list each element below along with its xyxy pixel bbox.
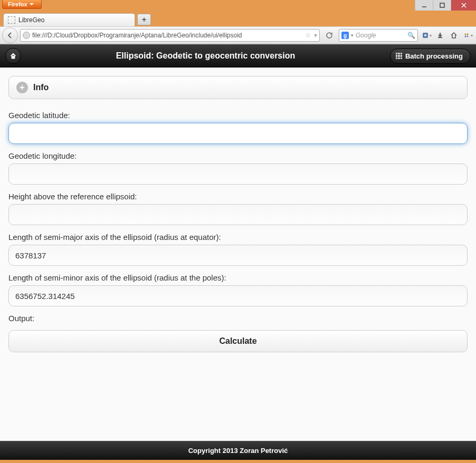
tab-strip: LibreGeo + xyxy=(0,11,476,26)
firefox-menu-button[interactable]: Firefox xyxy=(2,0,42,9)
addon-button[interactable]: ▾ xyxy=(461,28,474,42)
page-icon xyxy=(8,16,15,24)
page: Ellipsoid: Geodetic to geocentric conver… xyxy=(0,44,476,460)
reload-button[interactable] xyxy=(322,28,337,42)
latitude-label: Geodetic latitude: xyxy=(8,111,468,120)
page-body: + Info Geodetic latitude: Geodetic longi… xyxy=(0,67,476,441)
google-icon: g xyxy=(341,32,349,39)
longitude-input[interactable] xyxy=(8,163,468,185)
home-button[interactable] xyxy=(448,28,460,42)
batch-processing-button[interactable]: Batch processing xyxy=(390,49,471,64)
window-controls xyxy=(415,0,476,11)
info-label: Info xyxy=(33,83,49,92)
svg-point-7 xyxy=(464,36,466,37)
search-placeholder: Google xyxy=(356,32,405,39)
semimajor-label: Length of semi-major axis of the ellipso… xyxy=(8,233,468,242)
plus-icon: + xyxy=(16,82,28,93)
semiminor-input[interactable] xyxy=(8,285,468,306)
minimize-button[interactable] xyxy=(415,0,433,11)
star-icon[interactable]: ☆ xyxy=(305,32,311,39)
toolbar-icons: ▾ ▾ xyxy=(420,28,474,42)
close-button[interactable] xyxy=(451,0,476,11)
latitude-input[interactable] xyxy=(8,123,468,144)
batch-label: Batch processing xyxy=(405,52,463,60)
svg-point-5 xyxy=(464,34,466,35)
urlbar-actions: ☆ ▾ xyxy=(305,32,317,39)
height-label: Height above the reference ellipsoid: xyxy=(8,192,468,201)
titlebar: Firefox xyxy=(0,0,476,11)
browser-tab[interactable]: LibreGeo xyxy=(3,13,135,26)
browser-window: Firefox LibreGeo + file:///D:/Cloud/Drop… xyxy=(0,0,476,463)
info-collapsible[interactable]: + Info xyxy=(8,76,468,99)
page-footer: Copyright 2013 Zoran Petrović xyxy=(0,441,476,460)
search-bar[interactable]: g ▾ Google 🔍 xyxy=(339,29,418,42)
height-input[interactable] xyxy=(8,204,468,225)
tab-title: LibreGeo xyxy=(18,16,44,24)
search-engine-dropdown-icon[interactable]: ▾ xyxy=(351,33,354,38)
bookmarks-menu-button[interactable]: ▾ xyxy=(420,28,433,42)
grid-icon xyxy=(396,53,402,59)
chrome-bottom-border xyxy=(0,460,476,463)
dropdown-icon[interactable]: ▾ xyxy=(314,32,317,39)
url-bar[interactable]: file:///D:/Cloud/Dropbox/Programiranje/A… xyxy=(20,29,320,42)
search-icon[interactable]: 🔍 xyxy=(407,32,415,39)
copyright-text: Copyright 2013 Zoran Petrović xyxy=(188,447,288,455)
page-title: Ellipsoid: Geodetic to geocentric conver… xyxy=(21,51,390,61)
firefox-menu-label: Firefox xyxy=(8,1,27,7)
viewport: Ellipsoid: Geodetic to geocentric conver… xyxy=(0,44,476,460)
nav-toolbar: file:///D:/Cloud/Dropbox/Programiranje/A… xyxy=(0,26,476,44)
semimajor-input[interactable] xyxy=(8,245,468,266)
output-label: Output: xyxy=(8,314,468,323)
url-text: file:///D:/Cloud/Dropbox/Programiranje/A… xyxy=(32,32,303,39)
globe-icon xyxy=(23,32,30,39)
semiminor-label: Length of semi-minor axis of the ellipso… xyxy=(8,273,468,282)
calculate-button[interactable]: Calculate xyxy=(8,330,468,352)
svg-rect-1 xyxy=(440,3,444,7)
app-home-button[interactable] xyxy=(5,48,21,64)
back-button[interactable] xyxy=(2,27,18,43)
svg-point-8 xyxy=(467,36,468,37)
new-tab-button[interactable]: + xyxy=(137,14,151,25)
downloads-button[interactable] xyxy=(434,28,446,42)
page-header: Ellipsoid: Geodetic to geocentric conver… xyxy=(0,44,476,67)
longitude-label: Geodetic longitude: xyxy=(8,151,468,160)
maximize-button[interactable] xyxy=(433,0,451,11)
svg-point-6 xyxy=(467,34,468,35)
